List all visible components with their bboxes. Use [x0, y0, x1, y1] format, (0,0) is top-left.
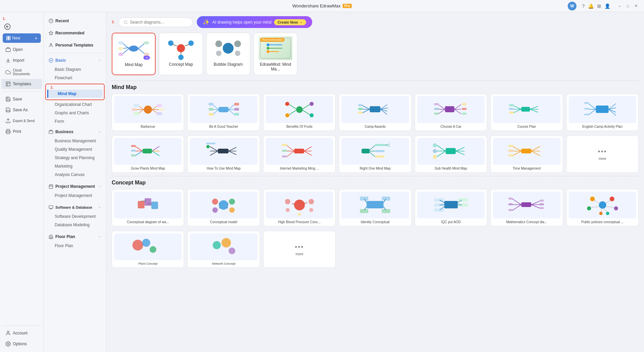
template-iqc-aod[interactable]: IQC put AOD [415, 189, 487, 226]
nav-form[interactable]: Form [45, 117, 105, 125]
nav-recommended-header[interactable]: Recommended [44, 28, 106, 38]
svg-point-94 [310, 113, 314, 117]
sidebar-open[interactable]: Open [1, 45, 42, 55]
nav-software-header[interactable]: Software & Database [44, 203, 106, 212]
ai-banner[interactable]: ✨ AI drawing helps open your mind Create… [197, 16, 312, 28]
type-card-edrawmind[interactable]: Recommended EdrawMind: Mind Ma... [253, 33, 297, 75]
nav-floor-plan[interactable]: Floor Plan [45, 242, 105, 250]
svg-line-136 [609, 109, 616, 112]
svg-line-195 [531, 151, 540, 156]
sidebar-account[interactable]: Account [1, 328, 42, 338]
sidebar-options[interactable]: Options [1, 339, 42, 349]
nav-graphs[interactable]: Graphs and Charts [45, 109, 105, 117]
template-concept-extra2[interactable]: Network Concept [187, 231, 260, 268]
svg-rect-85 [235, 113, 239, 116]
svg-line-33 [123, 49, 129, 54]
nav-project-header[interactable]: Project Management [44, 182, 106, 191]
svg-line-145 [152, 146, 159, 151]
maximize-button[interactable]: □ [625, 3, 630, 9]
template-concept-extra1[interactable]: Plant Concept [112, 231, 184, 268]
nav-personal-header[interactable]: Personal Templates [44, 40, 106, 50]
svg-point-257 [587, 206, 591, 210]
nav-business-mgmt[interactable]: Business Management [45, 137, 105, 145]
svg-line-192 [512, 151, 521, 156]
template-blood-pressure[interactable]: High Blood Pressure Conc... [263, 189, 336, 226]
template-conceptual-diagram[interactable]: Conceptual diagram of wa... [112, 189, 184, 226]
svg-rect-189 [521, 149, 531, 153]
nav-business-section: Business Business Management Quality Man… [44, 126, 106, 180]
nav-floor-section: Floor Plan Floor Plan [44, 231, 106, 252]
template-choose-car[interactable]: Choose A Car [415, 94, 487, 131]
svg-rect-3 [9, 36, 10, 38]
sidebar-cloud[interactable]: Cloud Documents [1, 66, 42, 78]
type-card-mindmap[interactable]: AI Mind Map [112, 33, 156, 75]
template-time-mgmt[interactable]: Time Management [490, 136, 563, 173]
template-barbecue[interactable]: Barbecue [112, 94, 184, 131]
nav-basic-header[interactable]: Basic [44, 56, 106, 65]
concept-grid-row1: Conceptual diagram of wa... [112, 189, 639, 226]
nav-flowchart[interactable]: Flowchart [45, 74, 105, 82]
nav-analysis[interactable]: Analysis Canvas [45, 171, 105, 179]
svg-rect-20 [49, 131, 53, 134]
nav-basic-diagram[interactable]: Basic Diagram [45, 65, 105, 74]
concept-more-templates[interactable]: ••• more [263, 231, 336, 268]
sidebar-saveas[interactable]: Save As [1, 105, 42, 115]
template-conceptual-model[interactable]: Conceptual model [187, 189, 260, 226]
sidebar-print[interactable]: Print [1, 126, 42, 137]
svg-line-244 [512, 205, 521, 210]
template-good-teacher[interactable]: Be A Good Teacher [187, 94, 260, 131]
bell-icon[interactable]: 🔔 [588, 3, 594, 9]
nav-strategy[interactable]: Strategy and Planning [45, 154, 105, 162]
template-camp-awards[interactable]: Camp Awards [339, 94, 411, 131]
recommended-chip: Recommended [260, 38, 285, 42]
nav-recent-header[interactable]: Recent [44, 16, 106, 26]
new-button[interactable]: New + [3, 33, 41, 43]
template-public-policies[interactable]: Public policies conceptual ... [566, 189, 639, 226]
nav-project-mgmt[interactable]: Project Management [45, 192, 105, 200]
help-icon[interactable]: ? [582, 3, 585, 9]
template-grow-plants[interactable]: Grow Plants Mind Map [112, 136, 184, 173]
minimize-button[interactable]: ─ [617, 3, 622, 9]
sidebar-export[interactable]: Export & Send [1, 116, 42, 126]
template-fruits[interactable]: 🍎 Benefits Of Fruits [263, 94, 336, 131]
template-how-mindmap[interactable]: How To Use Mind Map [187, 136, 260, 173]
nav-quality-mgmt[interactable]: Quality Management [45, 145, 105, 153]
create-now-button[interactable]: Create Now → [274, 19, 306, 25]
nav-mindmap[interactable]: Mind Map [47, 90, 103, 98]
grid-icon[interactable]: ⊞ [597, 3, 601, 9]
svg-point-158 [207, 145, 210, 148]
template-right-one[interactable]: Right One Mind Map [339, 136, 411, 173]
type-card-bubble[interactable]: Bubble Diagram [206, 33, 250, 75]
nav-database[interactable]: Database Modeling [45, 221, 105, 229]
mindmap-more-templates[interactable]: ••• more [566, 136, 639, 173]
template-english-camp[interactable]: English Camp Activity Plan [566, 94, 639, 131]
back-button[interactable] [0, 21, 44, 32]
svg-rect-231 [434, 198, 444, 202]
template-sub-health[interactable]: Sub Health Mind Map [415, 136, 487, 173]
nav-business-header[interactable]: Business [44, 127, 106, 137]
nav-marketing[interactable]: Marketing [45, 162, 105, 170]
sidebar-save[interactable]: Save [1, 94, 42, 104]
search-box[interactable] [118, 18, 193, 27]
template-math-concept[interactable]: Mathematics Concept dia... [490, 189, 563, 226]
nav-org-chart[interactable]: Organizational Chart [45, 100, 105, 109]
user-icon[interactable]: 👤 [605, 3, 610, 9]
nav-floor-header[interactable]: Floor Plan [44, 232, 106, 241]
svg-rect-129 [509, 112, 514, 114]
svg-rect-141 [142, 149, 152, 153]
sidebar-templates[interactable]: Templates [1, 79, 42, 89]
nav-software-dev[interactable]: Software Development [45, 212, 105, 221]
svg-line-240 [458, 205, 462, 205]
how-mindmap-img [190, 138, 257, 165]
template-internet-marketing[interactable]: Internet Marketing Ming ... [263, 136, 336, 173]
template-identity-conceptual[interactable]: Identity Conceptual [339, 189, 411, 226]
close-button[interactable]: ✕ [633, 3, 639, 9]
search-input[interactable] [130, 20, 188, 25]
svg-line-76 [213, 110, 219, 115]
sidebar-import[interactable]: Import [1, 55, 42, 65]
left-sidebar: 1. New + Open Import Cloud Documents Tem… [0, 12, 44, 352]
template-course-plan[interactable]: Course Plan [490, 94, 563, 131]
avatar[interactable]: W [568, 2, 576, 10]
type-card-concept[interactable]: Concept Map [159, 33, 203, 75]
search-row: 3. ✨ AI drawing helps open your mind Cre… [112, 16, 639, 28]
